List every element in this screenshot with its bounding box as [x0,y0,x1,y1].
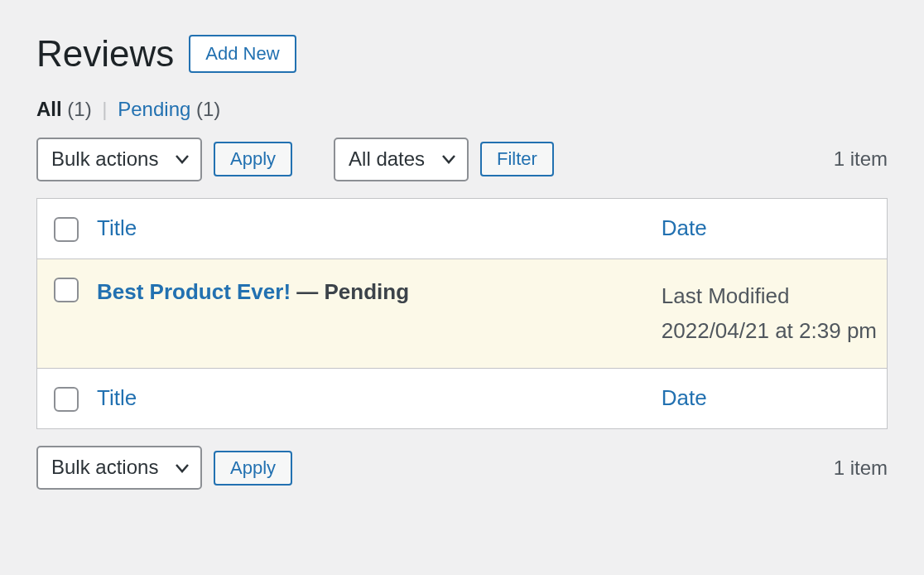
apply-button-top[interactable]: Apply [214,142,292,176]
item-count-bottom: 1 item [834,457,888,480]
column-footer-title[interactable]: Title [97,385,137,410]
column-footer-date[interactable]: Date [662,385,707,410]
select-all-checkbox-bottom[interactable] [54,387,79,412]
bulk-actions-select-bottom[interactable]: Bulk actions [36,446,202,490]
column-header-date[interactable]: Date [662,215,707,240]
filter-separator: | [102,98,107,120]
filter-button[interactable]: Filter [480,142,554,176]
apply-button-bottom[interactable]: Apply [214,451,292,486]
table-row: Best Product Ever! — Pending Last Modifi… [37,259,888,368]
date-filter-select[interactable]: All dates [334,138,469,181]
status-filters: All (1) | Pending (1) [36,98,888,121]
page-title: Reviews [36,33,174,75]
select-all-checkbox-top[interactable] [54,217,79,242]
add-new-button[interactable]: Add New [189,35,296,73]
reviews-table: Title Date Best Product Ever! — Pending … [36,198,888,429]
row-date-label: Last Modified [662,283,790,308]
row-state-sep: — [291,279,324,304]
item-count-top: 1 item [834,147,888,171]
column-header-title[interactable]: Title [97,215,137,240]
row-checkbox[interactable] [54,278,79,302]
filter-pending-count: (1) [196,98,220,120]
filter-pending-link[interactable]: Pending [118,98,190,120]
row-title-link[interactable]: Best Product Ever! [97,279,291,304]
filter-all-count: (1) [67,98,91,120]
filter-all-label[interactable]: All [36,98,62,120]
row-date-value: 2022/04/21 at 2:39 pm [662,318,877,343]
row-state: Pending [325,279,410,304]
bulk-actions-select[interactable]: Bulk actions [36,138,202,181]
